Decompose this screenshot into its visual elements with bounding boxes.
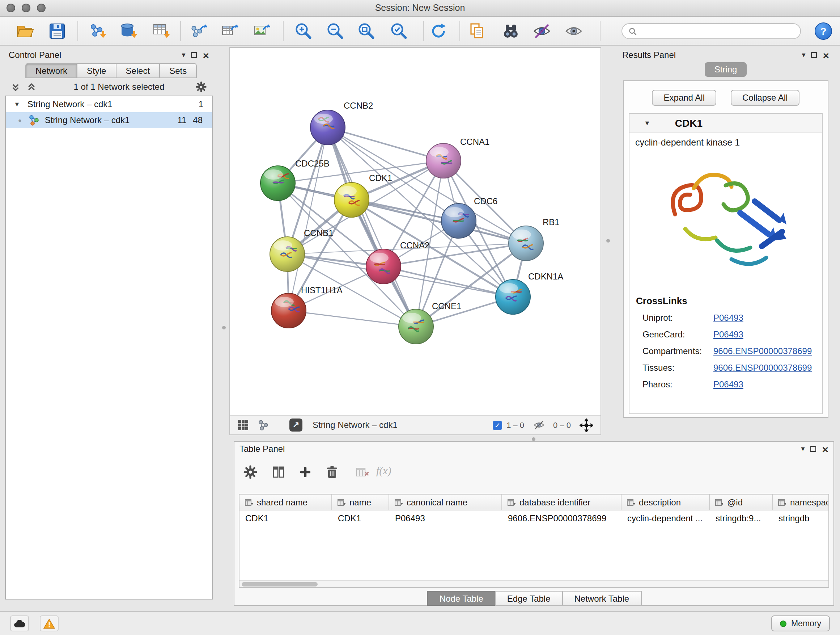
open-session-icon[interactable] bbox=[16, 22, 35, 41]
network-node-CDK1[interactable]: CDK1 bbox=[334, 173, 392, 217]
cloud-status-icon[interactable] bbox=[10, 616, 29, 631]
crosslink-genecard-link[interactable]: P06493 bbox=[714, 329, 744, 339]
network-edge[interactable] bbox=[328, 127, 444, 161]
memory-button[interactable]: Memory bbox=[772, 616, 830, 631]
expand-all-button[interactable]: Expand All bbox=[652, 90, 716, 106]
import-network-database-icon[interactable] bbox=[119, 22, 138, 41]
crosslink-row: GeneCard: P06493 bbox=[630, 326, 822, 342]
scrollbar-thumb[interactable] bbox=[242, 582, 317, 586]
tab-string[interactable]: String bbox=[705, 62, 747, 77]
copy-document-icon[interactable] bbox=[468, 22, 487, 41]
tab-network-table[interactable]: Network Table bbox=[562, 591, 642, 606]
splitter-handle[interactable] bbox=[606, 239, 610, 242]
collection-count: 1 bbox=[199, 99, 212, 109]
detach-view-button[interactable]: ↗ bbox=[289, 418, 302, 432]
save-session-icon[interactable] bbox=[48, 22, 66, 41]
export-table-icon[interactable] bbox=[221, 22, 240, 41]
binoculars-icon[interactable] bbox=[501, 22, 520, 41]
zoom-out-icon[interactable] bbox=[325, 22, 344, 41]
splitter-handle[interactable] bbox=[532, 437, 535, 441]
table-row[interactable]: CDK1 CDK1 P06493 9606.ENSP00000378699 cy… bbox=[240, 510, 829, 526]
crosslink-tissues-link[interactable]: 9606.ENSP00000378699 bbox=[714, 363, 812, 372]
tab-style[interactable]: Style bbox=[77, 63, 115, 78]
card-expander-icon[interactable]: ▼ bbox=[644, 119, 651, 127]
network-edge[interactable] bbox=[328, 127, 416, 326]
network-node-CDC25B[interactable]: CDC25B bbox=[261, 158, 330, 201]
tab-sets[interactable]: Sets bbox=[159, 63, 197, 78]
tab-select[interactable]: Select bbox=[115, 63, 159, 78]
panel-float-icon[interactable] bbox=[811, 52, 817, 58]
column-header[interactable]: namespac bbox=[773, 494, 829, 510]
network-row[interactable]: ● String Network – cdk1 11 48 bbox=[6, 112, 212, 128]
toolbar-separator bbox=[283, 21, 284, 41]
panel-float-icon[interactable] bbox=[810, 446, 816, 452]
network-options-gear-icon[interactable] bbox=[195, 81, 207, 93]
help-button[interactable]: ? bbox=[815, 22, 832, 40]
network-node-CCNA1[interactable]: CCNA1 bbox=[426, 137, 489, 178]
zoom-selected-icon[interactable] bbox=[389, 22, 408, 41]
zoom-in-icon[interactable] bbox=[294, 22, 313, 41]
tab-node-table[interactable]: Node Table bbox=[427, 591, 496, 606]
network-collection-row[interactable]: ▼ String Network – cdk1 1 bbox=[6, 96, 212, 112]
show-columns-icon[interactable] bbox=[271, 465, 286, 479]
hidden-items-eye-icon[interactable] bbox=[533, 419, 545, 431]
string-results-container: Expand All Collapse All ▼ CDK1 cyclin-de… bbox=[623, 80, 829, 418]
column-header[interactable]: canonical name bbox=[389, 494, 502, 510]
panel-menu-icon[interactable]: ▾ bbox=[801, 445, 805, 453]
crosslink-pharos-link[interactable]: P06493 bbox=[714, 379, 744, 389]
column-header[interactable]: @id bbox=[710, 494, 773, 510]
protein-card-header[interactable]: ▼ CDK1 bbox=[630, 114, 822, 133]
search-input[interactable] bbox=[638, 26, 800, 36]
panel-float-icon[interactable] bbox=[191, 52, 197, 58]
network-edge[interactable] bbox=[289, 310, 416, 326]
export-network-icon[interactable] bbox=[189, 22, 208, 41]
hide-eye-icon[interactable] bbox=[532, 22, 551, 41]
panel-close-icon[interactable]: × bbox=[202, 50, 209, 60]
tree-expander-icon[interactable]: ▼ bbox=[14, 101, 20, 108]
delete-column-icon[interactable] bbox=[325, 465, 339, 479]
crosslink-uniprot-link[interactable]: P06493 bbox=[714, 312, 744, 323]
show-eye-icon[interactable] bbox=[564, 22, 583, 41]
search-box[interactable] bbox=[622, 23, 801, 39]
crosslink-compartments-link[interactable]: 9606.ENSP00000378699 bbox=[714, 346, 812, 356]
network-node-RB1[interactable]: RB1 bbox=[508, 217, 560, 261]
tab-network[interactable]: Network bbox=[25, 63, 77, 78]
delete-table-icon[interactable] bbox=[355, 465, 370, 479]
column-header[interactable]: shared name bbox=[240, 494, 332, 510]
fit-content-crosshair-icon[interactable] bbox=[579, 418, 593, 432]
collapse-all-networks-icon[interactable] bbox=[11, 82, 20, 92]
network-node-CDC6[interactable]: CDC6 bbox=[441, 196, 497, 238]
expand-all-networks-icon[interactable] bbox=[27, 82, 36, 92]
network-overview-icon[interactable] bbox=[257, 419, 269, 431]
horizontal-scrollbar[interactable] bbox=[240, 580, 829, 587]
column-header[interactable]: description bbox=[622, 494, 710, 510]
refresh-icon[interactable] bbox=[429, 22, 448, 41]
network-tree: ▼ String Network – cdk1 1 ● String Netwo… bbox=[5, 96, 213, 600]
selected-nodes-checkbox-icon[interactable]: ✓ bbox=[493, 420, 502, 430]
import-table-icon[interactable] bbox=[152, 22, 171, 41]
network-canvas[interactable]: CCNB2CCNA1CDC25BCDK1CDC6RB1CCNB1CCNA2CDK… bbox=[230, 48, 600, 415]
network-node-CDKN1A[interactable]: CDKN1A bbox=[496, 272, 563, 314]
network-node-HIST1H1A[interactable]: HIST1H1A bbox=[271, 285, 343, 328]
splitter-handle[interactable] bbox=[222, 326, 226, 329]
tab-edge-table[interactable]: Edge Table bbox=[495, 591, 563, 606]
collapse-all-button[interactable]: Collapse All bbox=[731, 90, 799, 106]
import-network-file-icon[interactable] bbox=[88, 22, 107, 41]
function-builder-icon[interactable]: f(x) bbox=[376, 465, 392, 477]
zoom-fit-icon[interactable] bbox=[357, 22, 376, 41]
panel-menu-icon[interactable]: ▾ bbox=[182, 51, 185, 59]
warning-icon[interactable] bbox=[40, 616, 58, 631]
column-header[interactable]: database identifier bbox=[502, 494, 622, 510]
panel-close-icon[interactable]: × bbox=[822, 443, 829, 454]
node-label-CDC25B: CDC25B bbox=[295, 158, 330, 168]
table-settings-gear-icon[interactable] bbox=[243, 465, 257, 479]
add-column-icon[interactable] bbox=[298, 465, 313, 479]
network-view[interactable]: CCNB2CCNA1CDC25BCDK1CDC6RB1CCNB1CCNA2CDK… bbox=[229, 47, 601, 435]
network-edge[interactable] bbox=[289, 127, 328, 310]
birds-eye-view-icon[interactable] bbox=[237, 419, 249, 431]
panel-close-icon[interactable]: × bbox=[823, 50, 829, 60]
column-header[interactable]: name bbox=[332, 494, 389, 510]
network-edge[interactable] bbox=[384, 266, 513, 297]
export-image-icon[interactable] bbox=[253, 22, 271, 41]
panel-menu-icon[interactable]: ▾ bbox=[802, 51, 805, 59]
